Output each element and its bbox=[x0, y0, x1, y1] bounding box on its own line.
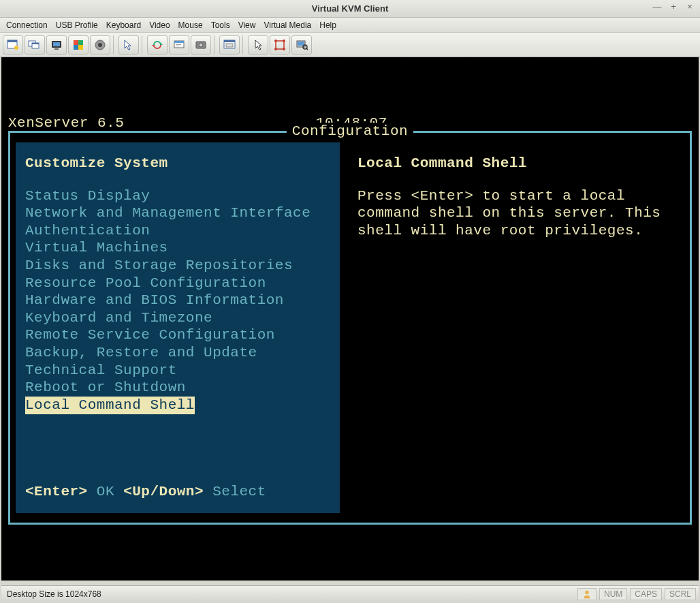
svg-point-14 bbox=[98, 43, 102, 47]
toolbar-separator bbox=[113, 35, 116, 55]
menu-help[interactable]: Help bbox=[316, 19, 340, 31]
svg-rect-5 bbox=[32, 43, 39, 44]
menu-video[interactable]: Video bbox=[146, 19, 173, 31]
tool-scale-icon[interactable] bbox=[270, 35, 290, 55]
svg-point-28 bbox=[283, 40, 285, 42]
tool-fullscreen-icon[interactable] bbox=[219, 35, 240, 55]
status-num: NUM bbox=[599, 588, 627, 600]
tool-color-icon[interactable] bbox=[68, 35, 89, 55]
menu-bar: Connection USB Profile Keyboard Video Mo… bbox=[0, 18, 700, 33]
svg-rect-19 bbox=[176, 44, 181, 45]
frame-title: Configuration bbox=[287, 123, 413, 140]
toolbar bbox=[0, 33, 700, 57]
status-scrl: SCRL bbox=[665, 588, 696, 600]
hint-enter-key: <Enter> bbox=[25, 484, 88, 499]
menu-item[interactable]: Backup, Restore and Update bbox=[25, 344, 330, 362]
status-caps: CAPS bbox=[630, 588, 662, 600]
close-button[interactable]: × bbox=[684, 1, 696, 12]
svg-line-34 bbox=[306, 48, 308, 50]
window-controls: — + × bbox=[651, 1, 696, 12]
menu-item[interactable]: Local Command Shell bbox=[25, 397, 195, 414]
menu-item[interactable]: Virtual Machines bbox=[25, 239, 330, 257]
svg-point-29 bbox=[274, 48, 277, 50]
svg-point-27 bbox=[274, 40, 277, 42]
svg-marker-16 bbox=[152, 45, 154, 47]
minimize-button[interactable]: — bbox=[651, 1, 663, 12]
tool-profiles-icon[interactable] bbox=[25, 35, 45, 55]
tool-cursor-icon[interactable] bbox=[118, 35, 139, 55]
menu-connection[interactable]: Connection bbox=[3, 19, 51, 31]
tool-media-icon[interactable] bbox=[191, 35, 211, 55]
tool-single-cursor-icon[interactable] bbox=[248, 35, 268, 55]
menu-mouse[interactable]: Mouse bbox=[175, 19, 206, 31]
menu-list[interactable]: Status DisplayNetwork and Management Int… bbox=[25, 187, 330, 414]
toolbar-separator bbox=[142, 35, 144, 55]
right-description: Press <Enter> to start a local command s… bbox=[357, 187, 675, 240]
status-bar: Desktop Size is 1024x768 NUM CAPS SCRL bbox=[1, 585, 699, 602]
svg-rect-7 bbox=[53, 42, 60, 46]
svg-rect-8 bbox=[54, 48, 59, 50]
svg-point-2 bbox=[14, 46, 18, 50]
left-pane: Customize System Status DisplayNetwork a… bbox=[16, 142, 340, 513]
svg-rect-11 bbox=[74, 45, 78, 50]
svg-rect-10 bbox=[78, 40, 83, 45]
tool-target-screenshot-icon[interactable] bbox=[291, 35, 312, 55]
svg-rect-24 bbox=[224, 40, 235, 42]
menu-item[interactable]: Authentication bbox=[25, 222, 330, 240]
tool-screenshot-icon[interactable] bbox=[169, 35, 189, 55]
toolbar-separator bbox=[242, 35, 245, 55]
toolbar-separator bbox=[214, 35, 217, 55]
hint-enter-action: OK bbox=[97, 484, 114, 499]
menu-usb-profile[interactable]: USB Profile bbox=[52, 19, 101, 31]
svg-rect-25 bbox=[226, 44, 233, 47]
menu-virtual-media[interactable]: Virtual Media bbox=[260, 19, 315, 31]
status-user-icon bbox=[577, 588, 596, 600]
key-hints: <Enter> OK <Up/Down> Select bbox=[25, 463, 330, 501]
pane-spacer bbox=[25, 414, 330, 463]
window-title: Virtual KVM Client bbox=[312, 3, 388, 14]
menu-item[interactable]: Status Display bbox=[25, 187, 330, 205]
svg-rect-9 bbox=[74, 40, 78, 45]
hint-updown-action: Select bbox=[212, 484, 266, 499]
svg-rect-20 bbox=[176, 46, 180, 46]
menu-view[interactable]: View bbox=[235, 19, 259, 31]
menu-keyboard[interactable]: Keyboard bbox=[103, 19, 144, 31]
window-titlebar: Virtual KVM Client — + × bbox=[0, 0, 700, 18]
right-heading: Local Command Shell bbox=[357, 155, 675, 172]
tool-properties-icon[interactable] bbox=[3, 35, 23, 55]
kvm-console[interactable]: XenServer 6.5 10:48:07 Configuration Cus… bbox=[1, 57, 699, 581]
config-frame: Configuration Customize System Status Di… bbox=[8, 131, 692, 525]
menu-item[interactable]: Reboot or Shutdown bbox=[25, 379, 330, 397]
svg-rect-26 bbox=[276, 41, 284, 49]
menu-item[interactable]: Keyboard and Timezone bbox=[25, 309, 330, 327]
menu-item[interactable]: Network and Management Interface bbox=[25, 204, 330, 222]
tool-sync-icon[interactable] bbox=[147, 35, 168, 55]
maximize-button[interactable]: + bbox=[667, 1, 680, 12]
hint-updown-key: <Up/Down> bbox=[123, 484, 204, 499]
menu-item[interactable]: Technical Support bbox=[25, 362, 330, 380]
svg-point-35 bbox=[585, 590, 588, 593]
svg-rect-32 bbox=[298, 42, 304, 46]
menu-item[interactable]: Hardware and BIOS Information bbox=[25, 292, 330, 309]
svg-marker-15 bbox=[161, 43, 163, 45]
menu-item[interactable]: Disks and Storage Repositories bbox=[25, 257, 330, 275]
menu-tools[interactable]: Tools bbox=[208, 19, 234, 31]
status-left: Desktop Size is 1024x768 bbox=[4, 589, 575, 599]
tool-audio-icon[interactable] bbox=[90, 35, 110, 55]
console-hostname: XenServer 6.5 bbox=[8, 114, 124, 132]
svg-rect-18 bbox=[174, 41, 184, 43]
left-heading: Customize System bbox=[25, 155, 330, 172]
svg-rect-1 bbox=[7, 40, 17, 42]
svg-point-22 bbox=[199, 43, 203, 47]
svg-point-30 bbox=[283, 48, 285, 50]
right-pane: Local Command Shell Press <Enter> to sta… bbox=[348, 142, 684, 513]
menu-item[interactable]: Resource Pool Configuration bbox=[25, 275, 330, 292]
svg-rect-12 bbox=[78, 45, 83, 50]
tool-video-settings-icon[interactable] bbox=[46, 35, 67, 55]
menu-item[interactable]: Remote Service Configuration bbox=[25, 326, 330, 344]
